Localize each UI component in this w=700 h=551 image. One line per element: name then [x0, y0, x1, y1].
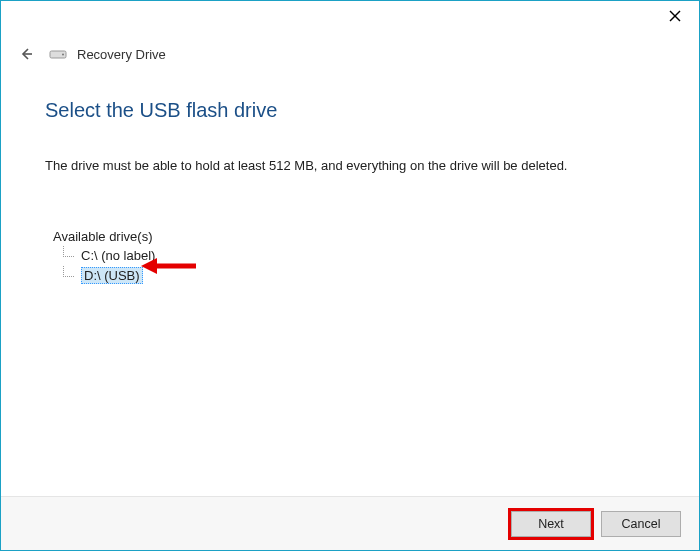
drive-icon	[49, 48, 67, 60]
drive-tree: C:\ (no label) D:\ (USB)	[63, 246, 659, 286]
close-icon	[669, 10, 681, 22]
cancel-button[interactable]: Cancel	[601, 511, 681, 537]
drive-item-label: D:\ (USB)	[81, 267, 143, 284]
available-drives-label: Available drive(s)	[53, 229, 659, 244]
drive-item-d[interactable]: D:\ (USB)	[63, 266, 659, 286]
wizard-footer: Next Cancel	[1, 496, 699, 550]
svg-point-4	[62, 54, 64, 56]
next-button[interactable]: Next	[511, 511, 591, 537]
wizard-header: Recovery Drive	[1, 29, 699, 67]
back-button[interactable]	[13, 41, 39, 67]
close-button[interactable]	[657, 5, 693, 27]
arrow-left-icon	[18, 46, 34, 62]
instruction-text: The drive must be able to hold at least …	[45, 158, 659, 173]
drive-item-label: C:\ (no label)	[81, 248, 155, 263]
page-title: Select the USB flash drive	[45, 99, 659, 122]
window-title: Recovery Drive	[77, 47, 166, 62]
drive-item-c[interactable]: C:\ (no label)	[63, 246, 659, 266]
